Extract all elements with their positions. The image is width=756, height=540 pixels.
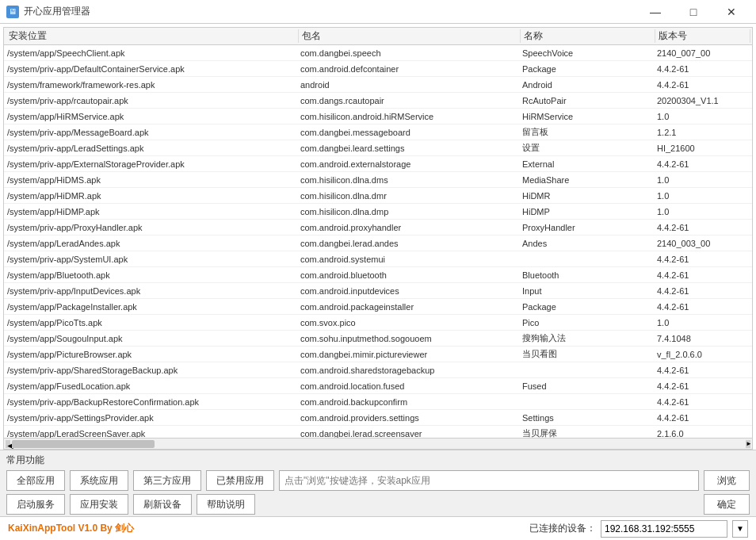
browse-button[interactable]: 浏览	[704, 470, 750, 491]
table-cell: com.android.packageinstaller	[297, 302, 519, 312]
table-row[interactable]: /system/app/PictureBrowser.apkcom.dangbe…	[4, 347, 752, 362]
table-row[interactable]: /system/priv-app/SharedStorageBackup.apk…	[4, 362, 752, 378]
hscroll-right[interactable]: ►	[746, 440, 750, 448]
btn-disabled-apps[interactable]: 已禁用应用	[206, 470, 274, 491]
table-cell: com.hisilicon.android.hiRMService	[297, 112, 519, 121]
device-dropdown[interactable]: ▼	[732, 520, 748, 538]
table-cell: /system/priv-app/ProxyHandler.apk	[4, 223, 297, 232]
table-row[interactable]: /system/priv-app/SystemUI.apkcom.android…	[4, 251, 752, 267]
btn-all-apps[interactable]: 全部应用	[6, 470, 65, 491]
table-cell: MediaShare	[519, 175, 654, 185]
hscroll-thumb[interactable]	[12, 440, 155, 448]
btn-install-app[interactable]: 应用安装	[70, 494, 128, 515]
table-cell: 4.4.2-61	[654, 397, 749, 407]
table-cell: /system/priv-app/SystemUI.apk	[4, 255, 297, 264]
btn-start-service[interactable]: 启动服务	[6, 494, 65, 515]
table-cell: 2140_003_00	[654, 239, 749, 248]
table-cell: 7.4.1048	[654, 334, 749, 343]
table-cell: com.dangbei.messageboard	[297, 128, 519, 137]
table-cell: 2140_007_00	[654, 48, 749, 58]
table-cell: Andes	[519, 239, 654, 248]
table-cell: 4.4.2-61	[654, 302, 749, 312]
btn-third-party-apps[interactable]: 第三方应用	[133, 470, 201, 491]
table-cell: com.android.systemui	[297, 255, 519, 264]
table-cell: /system/app/PackageInstaller.apk	[4, 302, 297, 312]
table-cell: /system/app/PicoTts.apk	[4, 318, 297, 327]
table-row[interactable]: /system/app/HiDMR.apkcom.hisilicon.dlna.…	[4, 188, 752, 204]
table-cell: 4.4.2-61	[654, 159, 749, 169]
table-row[interactable]: /system/priv-app/rcautopair.apkcom.dangs…	[4, 93, 752, 109]
table-cell: Package	[519, 64, 654, 74]
table-cell: com.android.backupconfirm	[297, 397, 519, 407]
table-cell: RcAutoPair	[519, 96, 654, 105]
device-label: 已连接的设备：	[529, 522, 596, 535]
toolbar-section: 常用功能 全部应用 系统应用 第三方应用 已禁用应用 浏览 启动服务 应用安装 …	[0, 450, 756, 516]
table-cell: 4.4.2-61	[654, 270, 749, 280]
apk-path-input[interactable]	[279, 470, 699, 491]
table-cell: /system/priv-app/InputDevices.apk	[4, 286, 297, 296]
table-row[interactable]: /system/priv-app/MessageBoard.apkcom.dan…	[4, 124, 752, 140]
table-row[interactable]: /system/app/HiDMP.apkcom.hisilicon.dlna.…	[4, 204, 752, 220]
toolbar-row2: 启动服务 应用安装 刷新设备 帮助说明 确定	[6, 494, 750, 515]
table-row[interactable]: /system/priv-app/InputDevices.apkcom.and…	[4, 283, 752, 299]
table-cell: /system/app/Bluetooth.apk	[4, 270, 297, 280]
header-version: 版本号	[655, 29, 750, 43]
table-header: 安装位置 包名 名称 版本号	[4, 28, 752, 45]
table-cell: com.android.sharedstoragebackup	[297, 366, 519, 375]
table-row[interactable]: /system/priv-app/DefaultContainerService…	[4, 61, 752, 77]
table-row[interactable]: /system/priv-app/ProxyHandler.apkcom.and…	[4, 220, 752, 236]
table-row[interactable]: /system/app/HiRMService.apkcom.hisilicon…	[4, 109, 752, 124]
btn-refresh-device[interactable]: 刷新设备	[133, 494, 192, 515]
table-cell: /system/priv-app/LeradSettings.apk	[4, 144, 297, 153]
device-input[interactable]	[601, 520, 727, 538]
table-row[interactable]: /system/app/FusedLocation.apkcom.android…	[4, 378, 752, 394]
table-row[interactable]: /system/priv-app/ExternalStorageProvider…	[4, 156, 752, 172]
table-cell: 4.4.2-61	[654, 80, 749, 90]
table-cell: com.android.proxyhandler	[297, 223, 519, 232]
close-button[interactable]: ✕	[713, 0, 750, 24]
confirm-button[interactable]: 确定	[704, 494, 750, 515]
table-cell: 1.0	[654, 318, 749, 327]
table-row[interactable]: /system/app/HiDMS.apkcom.hisilicon.dlna.…	[4, 172, 752, 188]
hscroll-left[interactable]: ◄	[6, 440, 10, 448]
table-cell: Settings	[519, 413, 654, 423]
table-cell: com.android.bluetooth	[297, 270, 519, 280]
table-cell: 当贝屏保	[519, 427, 654, 438]
table-row[interactable]: /system/app/PicoTts.apkcom.svox.picoPico…	[4, 315, 752, 331]
table-cell: com.android.location.fused	[297, 381, 519, 391]
table-row[interactable]: /system/priv-app/SettingsProvider.apkcom…	[4, 410, 752, 426]
table-row[interactable]: /system/app/LeradScreenSaver.apkcom.dang…	[4, 426, 752, 438]
table-row[interactable]: /system/app/LeradAndes.apkcom.dangbei.le…	[4, 236, 752, 251]
table-cell: com.hisilicon.dlna.dms	[297, 175, 519, 185]
table-cell: Fused	[519, 381, 654, 391]
header-name: 名称	[521, 29, 655, 43]
table-row[interactable]: /system/priv-app/LeradSettings.apkcom.da…	[4, 140, 752, 156]
table-cell: External	[519, 159, 654, 169]
btn-system-apps[interactable]: 系统应用	[70, 470, 128, 491]
table-cell: /system/app/HiDMR.apk	[4, 191, 297, 201]
maximize-button[interactable]: □	[675, 0, 712, 24]
header-package: 包名	[299, 29, 521, 43]
table-cell: 2.1.6.0	[654, 429, 749, 439]
table-row[interactable]: /system/framework/framework-res.apkandro…	[4, 77, 752, 93]
minimize-button[interactable]: —	[637, 0, 674, 24]
btn-help[interactable]: 帮助说明	[197, 494, 255, 515]
table-cell: /system/app/HiRMService.apk	[4, 112, 297, 121]
toolbar-row1: 全部应用 系统应用 第三方应用 已禁用应用 浏览	[6, 470, 750, 491]
table-cell: com.hisilicon.dlna.dmr	[297, 191, 519, 201]
table-cell: /system/app/PictureBrowser.apk	[4, 350, 297, 359]
table-scroll[interactable]: /system/app/SpeechClient.apkcom.dangbei.…	[4, 45, 752, 438]
table-cell: /system/priv-app/BackupRestoreConfirmati…	[4, 397, 297, 407]
table-cell: /system/app/FusedLocation.apk	[4, 381, 297, 391]
table-cell: HiRMService	[519, 112, 654, 121]
table-row[interactable]: /system/priv-app/BackupRestoreConfirmati…	[4, 394, 752, 410]
table-row[interactable]: /system/app/PackageInstaller.apkcom.andr…	[4, 299, 752, 315]
table-cell: com.dangbei.leard.settings	[297, 144, 519, 153]
hscroll-bar[interactable]: ◄ ►	[3, 439, 753, 450]
table-cell: android	[297, 80, 519, 90]
table-row[interactable]: /system/app/Bluetooth.apkcom.android.blu…	[4, 267, 752, 283]
table-row[interactable]: /system/app/SougouInput.apkcom.sohu.inpu…	[4, 331, 752, 347]
table-row[interactable]: /system/app/SpeechClient.apkcom.dangbei.…	[4, 45, 752, 61]
table-cell: Input	[519, 286, 654, 296]
window-controls: — □ ✕	[637, 0, 750, 24]
